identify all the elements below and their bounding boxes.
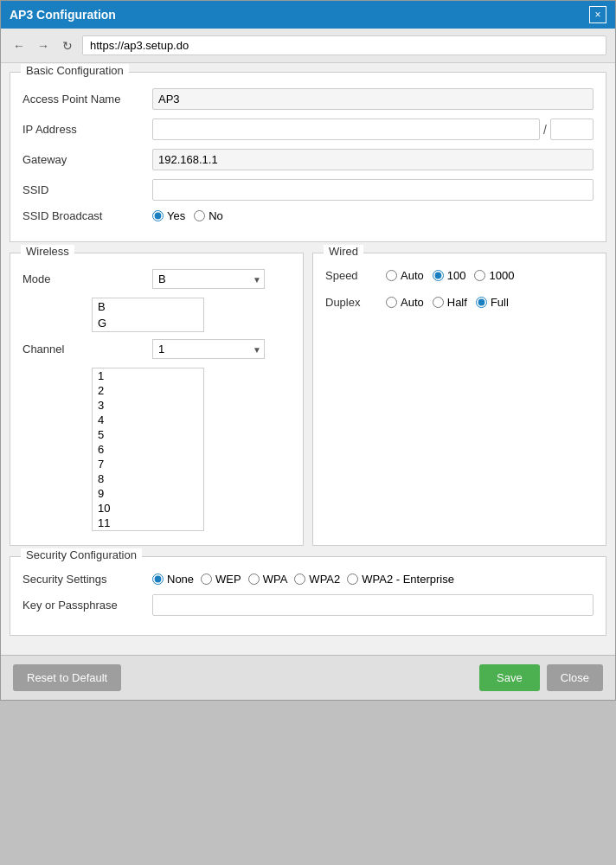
channel-option-4[interactable]: 4	[93, 413, 203, 427]
security-wpa2-label[interactable]: WPA2	[294, 573, 340, 586]
channel-option-8[interactable]: 8	[93, 471, 203, 486]
ssid-broadcast-no-radio[interactable]	[194, 210, 205, 221]
speed-1000-radio[interactable]	[474, 270, 485, 281]
duplex-half-radio[interactable]	[433, 297, 444, 308]
ssid-broadcast-yes-radio[interactable]	[152, 210, 164, 221]
duplex-full-radio[interactable]	[476, 297, 487, 308]
wired-body: Speed Auto 100	[313, 253, 606, 333]
access-point-name-row: Access Point Name	[22, 88, 594, 110]
basic-config-title: Basic Configuration	[21, 64, 129, 77]
duplex-row: Duplex Auto Half	[325, 296, 594, 309]
speed-1000-label[interactable]: 1000	[474, 269, 514, 282]
security-title: Security Configuration	[21, 548, 142, 561]
browser-bar: ← → ↻	[1, 29, 615, 63]
footer-right-buttons: Save Close	[479, 664, 603, 691]
channel-option-10[interactable]: 10	[93, 501, 203, 516]
access-point-name-label: Access Point Name	[22, 93, 152, 106]
ssid-label: SSID	[22, 183, 152, 196]
channel-select-wrapper: 1234 5678 91011 ▼	[152, 339, 265, 359]
speed-auto-radio[interactable]	[386, 270, 397, 281]
security-none-label[interactable]: None	[152, 573, 194, 586]
ssid-broadcast-yes-label[interactable]: Yes	[152, 209, 185, 222]
title-bar: AP3 Configuration ×	[1, 1, 615, 29]
back-button[interactable]: ←	[10, 36, 29, 55]
wireless-section: Wireless Mode B G ▼	[10, 253, 304, 546]
wired-section: Wired Speed Auto 100	[312, 253, 606, 546]
channel-option-7[interactable]: 7	[93, 457, 203, 471]
duplex-auto-radio[interactable]	[386, 297, 397, 308]
forward-button[interactable]: →	[34, 36, 53, 55]
reset-to-default-button[interactable]: Reset to Default	[13, 664, 121, 691]
ip-address-input[interactable]	[152, 119, 540, 140]
gateway-label: Gateway	[22, 153, 152, 166]
gateway-input[interactable]	[152, 149, 594, 170]
security-settings-row: Security Settings None WEP WPA	[22, 573, 594, 586]
footer: Reset to Default Save Close	[1, 655, 615, 700]
channel-label: Channel	[22, 343, 152, 356]
content-area: Basic Configuration Access Point Name IP…	[1, 63, 615, 655]
basic-config-body: Access Point Name IP Address / Gateway	[10, 73, 606, 241]
channel-select[interactable]: 1234 5678 91011	[152, 339, 265, 359]
channel-option-11[interactable]: 11	[93, 516, 203, 530]
ssid-broadcast-row: SSID Broadcast Yes No	[22, 209, 594, 222]
close-button[interactable]: Close	[547, 664, 603, 691]
duplex-half-label[interactable]: Half	[433, 296, 467, 309]
wireless-body: Mode B G ▼ B G	[10, 253, 303, 545]
security-wep-label[interactable]: WEP	[201, 573, 241, 586]
security-wpa2-radio[interactable]	[294, 573, 305, 585]
gateway-row: Gateway	[22, 149, 594, 170]
url-input[interactable]	[82, 35, 606, 55]
mode-listbox-container: B G	[92, 298, 291, 332]
mode-label: Mode	[22, 272, 152, 285]
duplex-group: Auto Half Full	[386, 296, 509, 309]
key-row: Key or Passphrase	[22, 594, 594, 616]
duplex-label: Duplex	[325, 296, 386, 309]
basic-config-section: Basic Configuration Access Point Name IP…	[10, 72, 606, 242]
mode-option-g[interactable]: G	[93, 315, 203, 331]
security-wpa-radio[interactable]	[248, 573, 260, 585]
channel-listbox[interactable]: 1 2 3 4 5 6 7 8 9 10 11	[92, 368, 204, 531]
security-section: Security Configuration Security Settings…	[10, 556, 606, 636]
channel-listbox-container: 1 2 3 4 5 6 7 8 9 10 11	[92, 368, 291, 531]
mode-select[interactable]: B G	[152, 269, 265, 289]
ssid-broadcast-label: SSID Broadcast	[22, 209, 152, 222]
ip-suffix-input[interactable]	[550, 119, 594, 140]
security-wpa2-enterprise-radio[interactable]	[347, 573, 358, 585]
security-settings-group: None WEP WPA WPA2	[152, 573, 454, 586]
ip-slash: /	[543, 123, 547, 137]
security-wpa-label[interactable]: WPA	[248, 573, 288, 586]
window-close-button[interactable]: ×	[589, 6, 606, 23]
ssid-broadcast-no-label[interactable]: No	[194, 209, 223, 222]
refresh-button[interactable]: ↻	[58, 36, 77, 55]
ssid-broadcast-group: Yes No	[152, 209, 223, 222]
channel-option-9[interactable]: 9	[93, 486, 203, 501]
wireless-wired-container: Wireless Mode B G ▼	[10, 253, 606, 546]
speed-100-radio[interactable]	[433, 270, 444, 281]
security-wep-radio[interactable]	[201, 573, 212, 585]
security-body: Security Settings None WEP WPA	[10, 557, 606, 635]
speed-group: Auto 100 1000	[386, 269, 514, 282]
ssid-input[interactable]	[152, 179, 594, 201]
channel-option-2[interactable]: 2	[93, 383, 203, 398]
speed-100-label[interactable]: 100	[433, 269, 466, 282]
channel-option-1[interactable]: 1	[93, 368, 203, 383]
ip-row: /	[152, 119, 594, 140]
ssid-row: SSID	[22, 179, 594, 201]
channel-row: Channel 1234 5678 91011 ▼	[22, 339, 291, 359]
key-input[interactable]	[152, 594, 594, 616]
access-point-name-input[interactable]	[152, 88, 594, 110]
speed-auto-label[interactable]: Auto	[386, 269, 424, 282]
mode-row: Mode B G ▼	[22, 269, 291, 289]
save-button[interactable]: Save	[479, 664, 540, 691]
ip-address-row: IP Address /	[22, 119, 594, 140]
mode-listbox[interactable]: B G	[92, 298, 204, 332]
mode-option-b[interactable]: B	[93, 298, 203, 315]
channel-option-5[interactable]: 5	[93, 427, 203, 442]
security-wpa2-enterprise-label[interactable]: WPA2 - Enterprise	[347, 573, 454, 586]
duplex-full-label[interactable]: Full	[476, 296, 509, 309]
security-none-radio[interactable]	[152, 573, 164, 585]
channel-option-3[interactable]: 3	[93, 398, 203, 413]
main-window: AP3 Configuration × ← → ↻ Basic Configur…	[0, 0, 616, 701]
channel-option-6[interactable]: 6	[93, 442, 203, 457]
duplex-auto-label[interactable]: Auto	[386, 296, 424, 309]
